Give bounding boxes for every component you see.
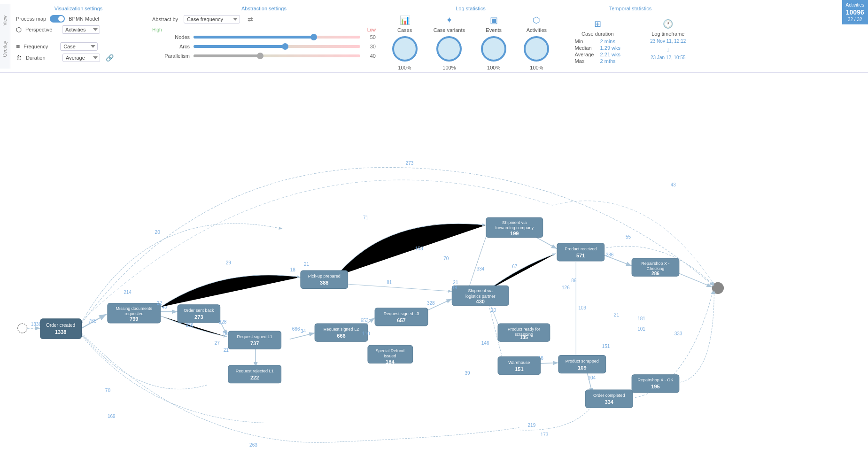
activities-label: Activities xyxy=(527,27,547,33)
edge-label-181: 181 xyxy=(223,331,231,336)
node-repairshop-checking[interactable]: Repairshop X - Checking 286 xyxy=(632,258,679,276)
node-shiplog-label2: logistics partner xyxy=(465,294,495,299)
edge-label-29: 29 xyxy=(226,260,232,265)
arcs-label: Arcs xyxy=(152,44,190,49)
edge-label-34: 34 xyxy=(301,329,306,334)
log-timeframe-icon: 🕐 xyxy=(663,19,673,29)
node-product-ready[interactable]: Product ready for scrapping 135 xyxy=(498,324,550,341)
nodes-slider[interactable] xyxy=(194,36,360,39)
log-statistics: Log statistics 📊 Cases 100% 1.3K / 1.3K … xyxy=(381,4,560,69)
node-missing-docs-value: 799 xyxy=(130,316,138,322)
edge-label-43: 43 xyxy=(671,182,676,187)
edge-to-pickup xyxy=(161,275,301,307)
edge-label-104: 104 xyxy=(588,375,596,380)
view-label: View xyxy=(2,15,8,26)
cases-stat: 📊 Cases 100% 1.3K / 1.3K xyxy=(391,15,419,77)
node-rsl1-value: 737 xyxy=(250,340,259,346)
edge-label-666b: 666 xyxy=(292,326,300,332)
edge-label-273: 273 xyxy=(406,161,414,166)
variants-chart xyxy=(435,35,463,63)
edge-label-334: 334 xyxy=(477,266,485,271)
node-order-completed[interactable]: Order completed 334 xyxy=(585,390,633,408)
temporal-statistics: Temporal statistics ⊞ Case duration Min … xyxy=(560,4,701,69)
parallelism-slider[interactable] xyxy=(194,54,360,57)
edge-label-18: 18 xyxy=(290,267,296,272)
node-rsl2-label: Request signed L2 xyxy=(324,327,359,332)
perspective-select[interactable]: Activities Resources Roles xyxy=(62,25,100,34)
edge-repairok-end xyxy=(674,290,714,382)
duration-select[interactable]: Average Min Max Median xyxy=(62,54,100,62)
edge-label-67: 67 xyxy=(512,264,518,269)
node-order-sent-back[interactable]: Order sent back 273 xyxy=(178,305,220,323)
node-order-created[interactable]: Order created 1338 xyxy=(40,319,82,339)
node-warehouse[interactable]: Warehouse 151 xyxy=(498,356,541,374)
node-refund-label1: Special Refund xyxy=(376,348,404,353)
edge-label-263: 263 xyxy=(249,442,257,448)
frequency-select[interactable]: Case Absolute Relative xyxy=(60,42,98,51)
node-request-signed-l3[interactable]: Request signed L3 657 xyxy=(375,308,428,326)
node-request-rejected-l1[interactable]: Request rejected L1 222 xyxy=(228,365,281,383)
svg-rect-12 xyxy=(178,305,220,323)
duration-label: Duration xyxy=(26,55,59,61)
node-shipment-forwarding[interactable]: Shipment via forwarding company 199 xyxy=(486,217,543,237)
events-chart xyxy=(480,35,508,63)
node-order-created-label: Order created xyxy=(46,323,75,328)
edge-label-110: 110 xyxy=(362,331,370,336)
edge-label-21c: 21 xyxy=(453,280,458,285)
node-missing-docs[interactable]: Missing documents requested 799 xyxy=(108,303,161,323)
variants-stat: ✦ Case variants 100% 446 / 446 xyxy=(434,15,465,77)
edge-bottom-arc1 xyxy=(81,333,519,442)
activities-stat: ⬡ Activities 100% 32 / 32 xyxy=(522,15,550,77)
events-icon: ▣ xyxy=(490,15,498,25)
process-map-canvas[interactable]: 1338 765 273 43 20 263 169 70 40 356 228… xyxy=(0,73,868,456)
case-duration-icon: ⊞ xyxy=(594,19,601,29)
average-label: Average xyxy=(575,52,598,57)
edge-label-70c: 70 xyxy=(443,256,449,261)
cases-icon: 📊 xyxy=(400,15,410,25)
edge-label-101: 101 xyxy=(637,326,645,332)
node-request-signed-l1[interactable]: Request signed L1 737 xyxy=(228,331,281,349)
edge-label-333: 333 xyxy=(674,331,682,336)
node-shipment-logistics[interactable]: Shipment via logistics partner 430 xyxy=(452,286,509,305)
node-repaircheck-label1: Repairshop X - xyxy=(641,261,669,266)
node-scrapped-label: Product scrapped xyxy=(566,359,599,363)
svg-rect-13 xyxy=(228,331,281,349)
node-prodready-label1: Product ready for xyxy=(508,327,540,332)
edge-label-19: 19 xyxy=(452,285,457,290)
node-completed-label: Order completed xyxy=(593,393,625,398)
node-request-signed-l2[interactable]: Request signed L2 666 xyxy=(315,324,368,341)
parallelism-label: Parallelism xyxy=(152,53,190,59)
cases-percent: 100% xyxy=(398,65,411,70)
process-bpmn-toggle[interactable] xyxy=(50,15,65,23)
node-refund-value: 184 xyxy=(386,359,395,364)
edge-label-356: 356 xyxy=(186,323,194,328)
variants-icon: ✦ xyxy=(446,15,453,25)
abstract-by-select[interactable]: Case frequency Activity count Duration xyxy=(184,15,240,23)
duration-icon: ⏱ xyxy=(16,54,22,62)
edge-to-shipfwd xyxy=(336,224,486,276)
svg-rect-22 xyxy=(498,356,541,374)
edge-label-27: 27 xyxy=(215,340,220,346)
node-product-received[interactable]: Product received 571 xyxy=(557,243,604,261)
node-shiplog-value: 430 xyxy=(476,299,484,304)
abstraction-settings: Abstraction settings Abstract by Case fr… xyxy=(147,4,381,69)
arcs-slider[interactable] xyxy=(194,45,360,48)
visualization-settings: Visualization settings Process map BPMN … xyxy=(10,4,147,69)
node-pickup-prepared[interactable]: Pick-up prepared 388 xyxy=(301,271,348,288)
node-special-refund[interactable]: Special Refund issued 184 xyxy=(368,345,413,364)
link-icon[interactable]: 🔗 xyxy=(106,54,114,62)
events-stat: ▣ Events 100% 9K / 9K xyxy=(480,15,508,77)
activities-badge-fraction: 32 / 32 xyxy=(846,16,864,23)
activities-chart xyxy=(522,35,550,63)
edge-shiplog-fwd xyxy=(470,230,488,286)
node-rsl3-value: 657 xyxy=(397,317,405,323)
node-product-scrapped[interactable]: Product scrapped 109 xyxy=(558,355,606,373)
node-missing-docs-label1: Missing documents xyxy=(116,306,153,311)
edge-label-286b: 286 xyxy=(606,252,614,257)
log-timeframe: 🕐 Log timeframe 23 Nov 11, 12:12 ↓ 23 Ja… xyxy=(650,19,686,60)
node-warehouse-label: Warehouse xyxy=(508,360,530,365)
node-repaircheck-value: 286 xyxy=(651,271,659,276)
edge-label-219: 219 xyxy=(527,423,535,428)
frequency-label: Frequency xyxy=(23,44,56,49)
node-repairshop-ok[interactable]: Repairshop X - OK 195 xyxy=(632,375,679,393)
